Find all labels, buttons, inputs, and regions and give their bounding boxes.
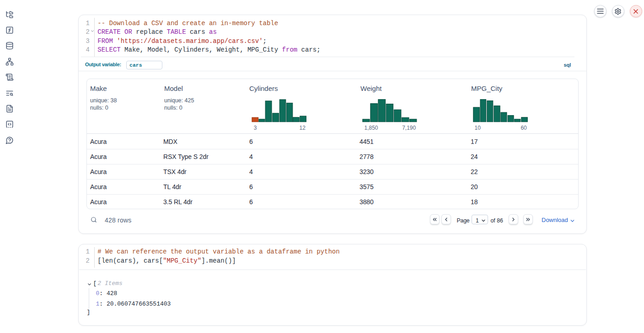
svg-text:7,190: 7,190 (402, 125, 416, 131)
svg-text:12: 12 (300, 125, 306, 131)
svg-text:3: 3 (254, 125, 257, 131)
svg-text:60: 60 (521, 125, 527, 131)
svg-text:10: 10 (475, 125, 481, 131)
svg-text:1,850: 1,850 (364, 125, 378, 131)
